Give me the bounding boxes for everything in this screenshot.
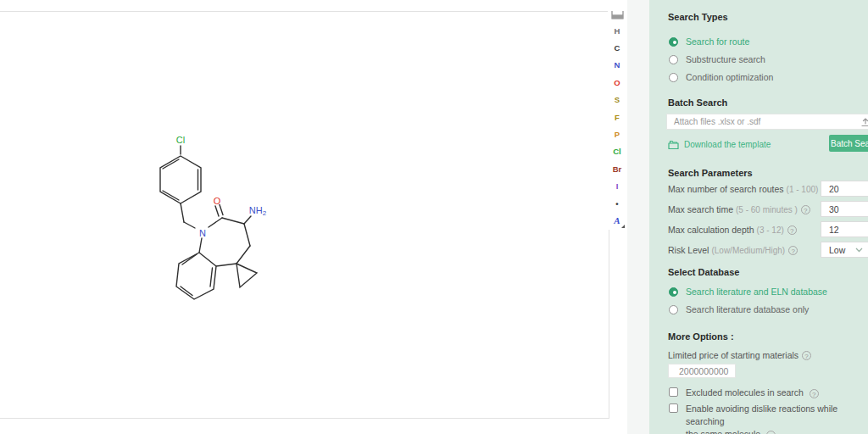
download-template-link[interactable]: Download the template (668, 140, 771, 150)
radio-literature-only[interactable]: Search literature database only (669, 301, 868, 318)
molecule-drawing: Cl O N NH2 (0, 12, 609, 418)
max-time-input[interactable] (821, 201, 868, 217)
attach-files-input[interactable]: Attach files .xlsx or .sdf (666, 114, 868, 130)
more-options-title: More Options : (668, 331, 868, 342)
checkbox-icon[interactable] (669, 387, 678, 397)
element-button-cl[interactable]: Cl (608, 143, 626, 160)
element-button-c[interactable]: C (608, 39, 626, 56)
oxygen-label: O (214, 196, 221, 206)
help-icon[interactable]: ? (810, 389, 819, 398)
attach-placeholder: Attach files .xlsx or .sdf (674, 117, 860, 126)
structure-canvas[interactable]: Cl O N NH2 (0, 11, 609, 419)
element-button-f[interactable]: F (608, 108, 626, 125)
radio-label: Search literature and ELN database (686, 287, 827, 297)
radio-selected-icon[interactable] (669, 37, 678, 47)
element-button-br[interactable]: Br (608, 160, 626, 177)
element-toolbar: H C N O S F P Cl Br I • A (608, 7, 626, 230)
radio-search-for-route[interactable]: Search for route (669, 33, 868, 50)
amine-label: NH2 (249, 205, 267, 217)
element-button-h[interactable]: H (608, 22, 626, 39)
upload-icon[interactable] (860, 117, 868, 127)
risk-level-value: Low (829, 245, 845, 255)
element-button-dot[interactable]: • (608, 195, 626, 212)
radio-literature-and-eln[interactable]: Search literature and ELN database (669, 283, 868, 300)
panel-gap-strip (627, 0, 649, 434)
molecule-atom-labels: Cl O N NH2 (176, 135, 267, 238)
any-atom-glyph: A (614, 215, 620, 225)
radio-label: Search literature database only (686, 304, 809, 314)
risk-level-select[interactable]: Low (821, 242, 868, 258)
radio-condition-optimization[interactable]: Condition optimization (669, 69, 868, 86)
checkbox-text-line2: the same molecule (686, 429, 760, 434)
help-icon[interactable]: ? (801, 205, 810, 214)
price-input[interactable] (668, 364, 736, 378)
batch-search-title: Batch Search (668, 97, 868, 108)
radio-label: Substructure search (686, 54, 765, 64)
element-button-p[interactable]: P (608, 125, 626, 142)
radio-icon[interactable] (669, 55, 678, 64)
element-button-i[interactable]: I (608, 178, 626, 195)
price-label-row: Limited price of starting materials ? (668, 349, 868, 361)
element-button-s[interactable]: S (608, 92, 626, 108)
param-label: Max calculation depth (668, 225, 754, 235)
radio-icon[interactable] (669, 305, 678, 314)
element-button-any-atom[interactable]: A (608, 212, 626, 229)
param-label: Max number of search routes (668, 184, 784, 194)
max-depth-input[interactable] (821, 221, 868, 237)
search-options-panel: Search Types Search for route Substructu… (649, 0, 868, 434)
checkbox-icon[interactable] (669, 403, 678, 413)
param-label: Max search time (668, 204, 733, 214)
param-hint: (5 - 60 minutes ) (736, 205, 798, 214)
param-hint: (3 - 12) (757, 225, 784, 235)
periodic-table-icon[interactable] (611, 7, 624, 22)
element-button-o[interactable]: O (608, 74, 626, 91)
param-row-max-depth: Max calculation depth (3 - 12) ? (668, 220, 868, 240)
param-hint: (Low/Medium/High) (711, 246, 785, 255)
param-row-max-routes: Max number of search routes (1 - 100) ? (668, 179, 868, 199)
param-row-max-time: Max search time (5 - 60 minutes ) ? (668, 199, 868, 220)
flyout-corner-triangle (621, 225, 625, 228)
chevron-down-icon (855, 248, 863, 253)
checkbox-label: Enable avoiding dislike reactions while … (686, 403, 868, 434)
radio-label: Search for route (686, 36, 749, 47)
template-file-icon (668, 140, 679, 150)
help-icon[interactable]: ? (766, 431, 776, 434)
search-types-title: Search Types (668, 12, 868, 23)
radio-icon[interactable] (669, 73, 678, 82)
radio-substructure-search[interactable]: Substructure search (669, 51, 868, 68)
param-label: Risk Level (668, 245, 709, 255)
checkbox-excluded-molecules[interactable]: Excluded molecules in search ? (669, 387, 868, 399)
chlorine-label: Cl (176, 135, 185, 145)
batch-actions-row: Download the template Batch Search (668, 136, 868, 153)
ring-nitrogen-label: N (199, 228, 206, 238)
param-hint: (1 - 100) (787, 185, 819, 194)
element-button-n[interactable]: N (608, 57, 626, 74)
checkbox-avoid-dislike-reactions[interactable]: Enable avoiding dislike reactions while … (669, 403, 868, 434)
batch-search-button[interactable]: Batch Search (829, 135, 868, 152)
help-icon[interactable]: ? (787, 225, 797, 235)
price-label: Limited price of starting materials (668, 350, 798, 360)
param-row-risk-level: Risk Level (Low/Medium/High) ? Low (668, 240, 868, 260)
molecule-bonds (160, 146, 257, 299)
help-icon[interactable]: ? (788, 246, 798, 255)
checkbox-label: Excluded molecules in search ? (686, 387, 819, 399)
radio-label: Condition optimization (686, 72, 773, 82)
download-template-label: Download the template (684, 140, 771, 149)
radio-selected-icon[interactable] (669, 287, 678, 297)
retrosynthesis-search-page: { "colors": { "accent_green": "#3cb382",… (0, 0, 868, 434)
checkbox-text: Excluded molecules in search (686, 387, 804, 398)
help-icon[interactable]: ? (802, 351, 811, 360)
max-routes-input[interactable] (821, 181, 868, 197)
checkbox-text-line1: Enable avoiding dislike reactions while … (686, 403, 868, 428)
select-database-title: Select Database (668, 267, 868, 278)
search-parameters-title: Search Parameters (668, 168, 868, 179)
